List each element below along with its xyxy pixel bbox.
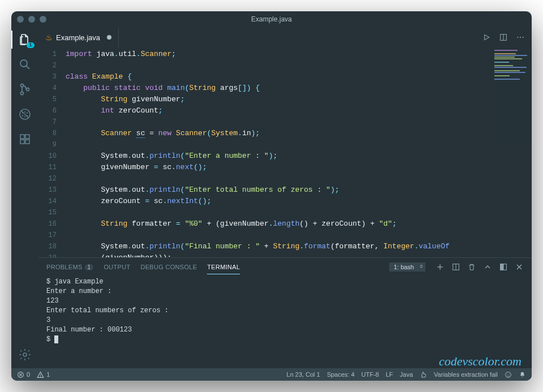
svg-rect-5: [20, 135, 24, 139]
status-bar: 0 1 Ln 23, Col 1 Spaces: 4 UTF-8 LF Java…: [11, 368, 532, 381]
status-bell-icon[interactable]: [519, 371, 526, 378]
split-editor-icon[interactable]: [499, 33, 508, 42]
code-editor[interactable]: 123456789101112131415161718192021 import…: [38, 48, 532, 257]
extensions-icon[interactable]: [18, 132, 32, 146]
svg-rect-6: [25, 135, 29, 139]
terminal-selector[interactable]: 1: bash: [389, 262, 425, 272]
code-content[interactable]: import java.util.Scanner; class Example …: [66, 48, 492, 257]
feedback-thumb-icon[interactable]: [420, 371, 427, 378]
java-file-icon: ♨: [45, 33, 53, 42]
watermark: codevscolor.com: [439, 356, 522, 366]
explorer-icon[interactable]: 1: [18, 33, 32, 46]
source-control-icon[interactable]: [18, 83, 32, 96]
svg-rect-20: [501, 264, 503, 270]
vscode-window: Example.java 1 ♨ Example.java: [11, 11, 532, 381]
titlebar: Example.java: [11, 11, 532, 27]
close-panel-icon[interactable]: [515, 262, 524, 272]
status-indent[interactable]: Spaces: 4: [327, 371, 355, 378]
status-errors[interactable]: 0: [17, 371, 30, 378]
explorer-badge: 1: [27, 42, 35, 48]
terminal-body[interactable]: $ java Example Enter a number : 123 Ente…: [38, 276, 532, 368]
terminal-cursor: [54, 335, 58, 343]
svg-rect-7: [20, 140, 24, 144]
tab-problems[interactable]: PROBLEMS1: [46, 260, 93, 274]
svg-point-28: [506, 372, 511, 377]
more-actions-icon[interactable]: [516, 33, 525, 42]
toggle-panel-icon[interactable]: [499, 262, 508, 272]
status-message[interactable]: Variables extraction fail: [434, 371, 498, 378]
maximize-panel-icon[interactable]: [483, 262, 492, 272]
editor-actions: [482, 33, 532, 42]
status-eol[interactable]: LF: [386, 371, 393, 378]
status-feedback-icon[interactable]: [505, 371, 512, 378]
status-cursor-position[interactable]: Ln 23, Col 1: [287, 371, 320, 378]
main-area: 1 ♨ Example.java: [11, 27, 532, 368]
svg-point-2: [21, 92, 24, 95]
editor-group: ♨ Example.java 1234567891011121314151617…: [38, 27, 532, 368]
svg-point-14: [523, 37, 524, 38]
status-language[interactable]: Java: [400, 371, 413, 378]
svg-point-9: [23, 353, 27, 356]
bottom-panel: PROBLEMS1 OUTPUT DEBUG CONSOLE TERMINAL …: [38, 257, 532, 368]
svg-point-30: [509, 373, 510, 374]
kill-terminal-icon[interactable]: [467, 262, 476, 272]
window-title: Example.java: [11, 15, 532, 23]
search-icon[interactable]: [18, 58, 32, 71]
settings-icon[interactable]: [18, 348, 32, 361]
minimap[interactable]: [492, 48, 532, 257]
split-terminal-icon[interactable]: [451, 262, 460, 272]
svg-point-12: [517, 37, 518, 38]
panel-tabs: PROBLEMS1 OUTPUT DEBUG CONSOLE TERMINAL …: [38, 258, 532, 276]
tab-terminal[interactable]: TERMINAL: [207, 260, 240, 274]
tabs-bar: ♨ Example.java: [38, 27, 532, 48]
status-warnings[interactable]: 1: [37, 371, 50, 378]
tab-debug-console[interactable]: DEBUG CONSOLE: [140, 260, 197, 274]
tab-output[interactable]: OUTPUT: [104, 260, 130, 274]
run-icon[interactable]: [482, 33, 491, 42]
svg-point-3: [27, 88, 29, 91]
debug-icon[interactable]: [18, 107, 32, 121]
modified-indicator-icon: [107, 35, 111, 40]
svg-rect-8: [25, 140, 29, 144]
tab-label: Example.java: [56, 33, 100, 42]
svg-point-0: [20, 60, 27, 67]
svg-point-27: [40, 376, 41, 377]
svg-point-13: [520, 37, 521, 38]
tab-example-java[interactable]: ♨ Example.java: [38, 27, 119, 48]
status-encoding[interactable]: UTF-8: [361, 371, 379, 378]
activity-bar: 1: [11, 27, 38, 368]
svg-point-29: [507, 373, 507, 374]
svg-point-1: [21, 84, 24, 87]
line-numbers: 123456789101112131415161718192021: [38, 48, 66, 257]
new-terminal-icon[interactable]: [436, 262, 445, 272]
